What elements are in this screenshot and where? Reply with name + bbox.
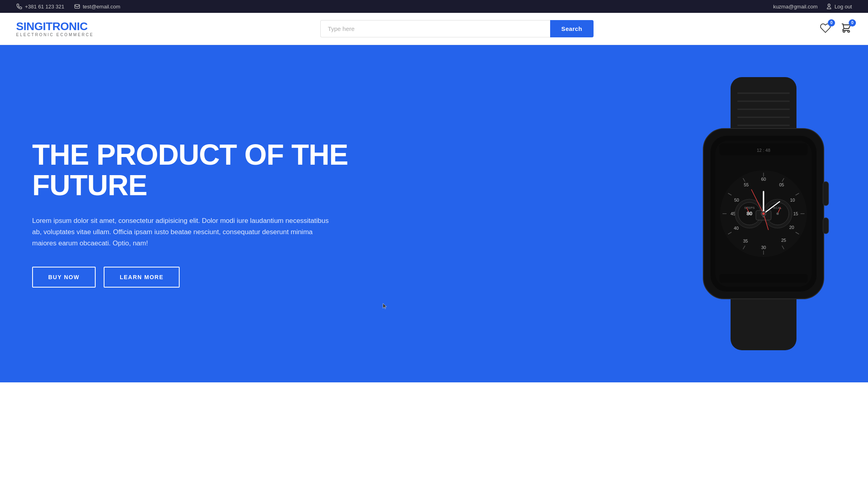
logo-text: SINGITRONIC <box>16 21 94 32</box>
hero-watch-image: 60 05 10 15 20 25 30 35 40 45 50 55 STEP… <box>659 69 868 358</box>
header: SINGITRONIC ELECTRONIC ECOMMERCE Search … <box>0 13 868 45</box>
svg-text:05: 05 <box>779 182 784 187</box>
svg-text:15: 15 <box>793 211 798 216</box>
svg-text:80: 80 <box>747 210 752 216</box>
phone-item: +381 61 123 321 <box>16 3 64 10</box>
svg-text:40: 40 <box>734 226 739 231</box>
svg-text:55: 55 <box>744 182 749 187</box>
svg-text:12 : 48: 12 : 48 <box>757 148 770 153</box>
mouse-cursor <box>382 303 389 310</box>
watch-svg: 60 05 10 15 20 25 30 35 40 45 50 55 STEP… <box>659 69 868 358</box>
wishlist-button[interactable]: 0 <box>820 22 831 35</box>
svg-text:50: 50 <box>734 198 739 202</box>
svg-rect-57 <box>719 274 808 283</box>
phone-number: +381 61 123 321 <box>25 4 64 10</box>
svg-text:35: 35 <box>743 239 748 243</box>
wishlist-count: 0 <box>828 19 835 27</box>
svg-text:25: 25 <box>781 238 786 243</box>
phone-icon <box>16 3 23 10</box>
logo-singi: SINGI <box>16 20 46 33</box>
search-input[interactable] <box>320 20 550 37</box>
learn-more-button[interactable]: LEARN MORE <box>104 267 180 288</box>
top-bar: +381 61 123 321 test@email.com kuzma@gma… <box>0 0 868 13</box>
user-email: kuzma@gmail.com <box>773 4 818 10</box>
svg-text:60: 60 <box>761 177 766 182</box>
svg-text:45: 45 <box>731 211 735 216</box>
logo[interactable]: SINGITRONIC ELECTRONIC ECOMMERCE <box>16 21 94 37</box>
logo-tronic: TRONIC <box>46 20 88 33</box>
svg-text:STEPS: STEPS <box>744 206 755 210</box>
hero-section: THE PRODUCT OF THE FUTURE Lorem ipsum do… <box>0 45 868 382</box>
buy-now-button[interactable]: BUY NOW <box>32 267 96 288</box>
hero-description: Lorem ipsum dolor sit amet, consectetur … <box>32 215 338 249</box>
svg-point-53 <box>762 212 765 215</box>
svg-text:30: 30 <box>761 245 766 250</box>
top-bar-right: kuzma@gmail.com Log out <box>773 3 852 10</box>
logout-label: Log out <box>835 4 852 10</box>
svg-text:KCAL: KCAL <box>774 206 782 210</box>
hero-title: THE PRODUCT OF THE FUTURE <box>32 140 378 200</box>
svg-rect-58 <box>823 182 829 206</box>
mail-icon <box>74 3 80 10</box>
svg-text:10: 10 <box>790 198 795 202</box>
hero-buttons: BUY NOW LEARN MORE <box>32 267 378 288</box>
svg-rect-59 <box>823 218 829 234</box>
user-icon <box>826 3 832 10</box>
header-icons: 0 0 <box>820 22 852 35</box>
cart-count: 0 <box>849 19 856 27</box>
svg-text:20: 20 <box>789 225 794 230</box>
search-area: Search <box>320 20 594 37</box>
search-button[interactable]: Search <box>550 20 594 37</box>
svg-point-44 <box>776 212 779 215</box>
top-bar-left: +381 61 123 321 test@email.com <box>16 3 120 10</box>
logo-subtitle: ELECTRONIC ECOMMERCE <box>16 33 94 37</box>
hero-content: THE PRODUCT OF THE FUTURE Lorem ipsum do… <box>32 140 378 287</box>
email-item: test@email.com <box>74 3 120 10</box>
email-address: test@email.com <box>83 4 120 10</box>
logout-item[interactable]: Log out <box>826 3 852 10</box>
cart-button[interactable]: 0 <box>841 22 852 35</box>
